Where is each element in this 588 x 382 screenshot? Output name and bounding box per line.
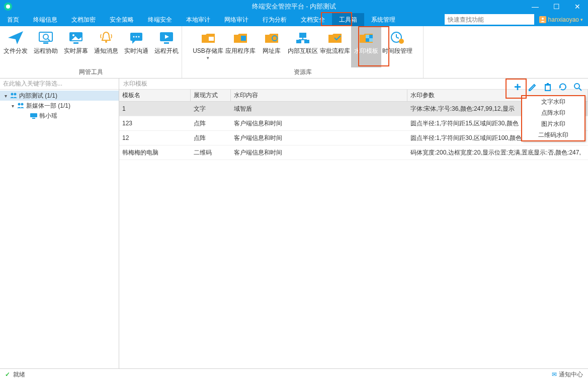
menu-system-manage[interactable]: 系统管理 — [364, 13, 402, 26]
ribbon-file-dispatch[interactable]: 文件分发 — [1, 26, 31, 67]
app-logo — [4, 3, 12, 11]
monitor-image-icon — [67, 29, 85, 46]
menu-doc-security[interactable]: 文档安全 — [294, 13, 332, 26]
ribbon-notify[interactable]: 通知消息 — [91, 26, 121, 67]
svg-point-14 — [138, 36, 139, 38]
ribbon-app-lib[interactable]: 应用程序库 — [224, 26, 257, 67]
close-button[interactable]: ✕ — [567, 0, 588, 13]
search-button[interactable] — [573, 82, 583, 92]
dropdown-image-watermark[interactable]: 图片水印 — [522, 118, 584, 129]
table-row[interactable]: 12 点阵 客户端信息和时间 圆点半径:1,字符间距30,区域间距100,颜色:… — [119, 131, 588, 145]
ribbon-group-label-2: 资源库 — [182, 67, 423, 78]
tree-node-dept[interactable]: ▾ 新媒体一部 (1/1) — [0, 101, 119, 111]
ribbon-remote-power[interactable]: 远程开机 — [151, 26, 182, 67]
dropdown-text-watermark[interactable]: 文字水印 — [522, 96, 584, 107]
tree-filter-input[interactable]: 在此输入关键字筛选... — [0, 79, 119, 90]
ribbon-group-netadmin: 文件分发 远程协助 实时屏幕 通知消息 实时沟通 远程开机 — [0, 26, 182, 78]
svg-rect-40 — [545, 85, 550, 91]
ribbon-group-resources: USB存储库 ▾ 应用程序库 网址库 内部互联区 审批流程库 水印模板 — [182, 26, 424, 78]
tree-node-label: 韩小瑶 — [39, 112, 57, 120]
ribbon-approve-lib[interactable]: 审批流程库 — [319, 26, 351, 67]
tree-node-client[interactable]: 韩小瑶 — [0, 111, 119, 121]
menu-security-policy[interactable]: 安全策略 — [103, 13, 141, 26]
panel-title: 水印模板 — [123, 80, 147, 88]
statusbar: ✓ 就绪 ✉ 通知中心 — [0, 369, 588, 380]
minimize-button[interactable]: — — [525, 0, 546, 13]
table-row[interactable]: 1 文字 域智盾 字体:宋体,字号:36,颜色:247,99,12,显示 — [119, 102, 588, 116]
expand-icon[interactable]: ▾ — [2, 93, 9, 99]
main-toolbar: + — [513, 79, 583, 96]
tree-node-label: 内部测试 (1/1) — [19, 92, 57, 100]
svg-point-44 — [574, 84, 579, 89]
svg-rect-19 — [209, 37, 214, 41]
ribbon-realtime-screen[interactable]: 实时屏幕 — [61, 26, 91, 67]
svg-point-13 — [135, 36, 137, 38]
tree-panel: 在此输入关键字筛选... ▾ 内部测试 (1/1) ▾ 新媒体一部 (1/1) … — [0, 79, 119, 368]
add-dropdown-menu: 文字水印 点阵水印 图片水印 二维码水印 — [522, 96, 585, 141]
ribbon: 文件分发 远程协助 实时屏幕 通知消息 实时沟通 远程开机 — [0, 26, 588, 79]
ribbon-remote-assist[interactable]: 远程协助 — [31, 26, 61, 67]
edit-button[interactable] — [528, 82, 538, 92]
svg-rect-2 — [39, 32, 52, 41]
folder-web-icon — [263, 29, 281, 46]
ribbon-chat[interactable]: 实时沟通 — [121, 26, 151, 67]
svg-line-45 — [579, 88, 581, 91]
menu-doc-encrypt[interactable]: 文档加密 — [64, 13, 103, 26]
ribbon-time-manage[interactable]: 时间段管理 — [381, 26, 413, 67]
window-title: 终端安全管控平台 - 内部测试 — [252, 2, 337, 11]
svg-rect-9 — [73, 42, 78, 44]
quick-search[interactable] — [445, 14, 534, 25]
menu-terminal-security[interactable]: 终端安全 — [141, 13, 179, 26]
search-input[interactable] — [445, 14, 534, 25]
grid-body: 1 文字 域智盾 字体:宋体,字号:36,颜色:247,99,12,显示 123… — [119, 102, 588, 160]
delete-button[interactable] — [543, 82, 553, 92]
expand-icon[interactable]: ▾ — [9, 103, 16, 109]
refresh-button[interactable] — [558, 82, 568, 92]
column-display-mode[interactable]: 展现方式 — [191, 90, 231, 101]
ribbon-url-lib[interactable]: 网址库 — [257, 26, 287, 67]
status-text: 就绪 — [13, 370, 25, 379]
svg-marker-15 — [132, 41, 135, 44]
clock-gear-icon — [388, 29, 406, 46]
menu-behavior-analysis[interactable]: 行为分析 — [256, 13, 294, 26]
titlebar: 终端安全管控平台 - 内部测试 — ☐ ✕ — [0, 0, 588, 13]
folder-usb-icon — [199, 29, 217, 46]
ribbon-watermark-template[interactable]: 水印模板 — [351, 26, 381, 67]
svg-rect-29 — [369, 38, 373, 42]
main-panel: 水印模板 + 模板名 展现方式 水印内容 水印参数 1 文字 域智盾 字体:宋体… — [119, 79, 588, 368]
svg-point-4 — [43, 34, 48, 39]
table-row[interactable]: 韩梅梅的电脑 二维码 客户端信息和时间 码体宽度:200,边框宽度:20,显示位… — [119, 145, 588, 160]
tree-node-root[interactable]: ▾ 内部测试 (1/1) — [0, 91, 119, 101]
svg-point-12 — [133, 36, 134, 38]
folder-watermark-icon — [357, 29, 375, 46]
dropdown-qrcode-watermark[interactable]: 二维码水印 — [522, 129, 584, 140]
pc-icon — [29, 112, 38, 120]
chevron-down-icon: ▾ — [207, 55, 209, 60]
dropdown-dotmatrix-watermark[interactable]: 点阵水印 — [522, 107, 584, 118]
column-template-name[interactable]: 模板名 — [119, 90, 191, 101]
menu-local-audit[interactable]: 本地审计 — [179, 13, 217, 26]
tree-node-label: 新媒体一部 (1/1) — [26, 102, 70, 110]
menu-network-audit[interactable]: 网络审计 — [217, 13, 256, 26]
group-icon — [9, 92, 18, 100]
ribbon-usb-lib[interactable]: USB存储库 ▾ — [192, 26, 224, 67]
window-controls: — ☐ ✕ — [525, 0, 588, 13]
table-row[interactable]: 123 点阵 客户端信息和时间 圆点半径:1,字符间距15,区域间距30,颜色 — [119, 116, 588, 131]
add-button[interactable]: + — [513, 82, 523, 92]
svg-rect-38 — [30, 113, 37, 117]
user-menu[interactable]: hanxiaoyao ▾ — [537, 13, 588, 26]
column-watermark-content[interactable]: 水印内容 — [231, 90, 407, 101]
menu-terminal-info[interactable]: 终端信息 — [26, 13, 64, 26]
menu-toolbox[interactable]: 工具箱 — [332, 13, 364, 26]
ribbon-intranet[interactable]: 内部互联区 — [287, 26, 319, 67]
svg-rect-24 — [304, 40, 309, 43]
chat-icon — [127, 29, 145, 46]
content-area: 在此输入关键字筛选... ▾ 内部测试 (1/1) ▾ 新媒体一部 (1/1) … — [0, 79, 588, 369]
notify-center[interactable]: ✉ 通知中心 — [552, 370, 583, 379]
svg-line-5 — [48, 39, 50, 41]
main-header: 水印模板 + — [119, 79, 588, 90]
svg-point-0 — [542, 18, 544, 20]
svg-point-33 — [399, 39, 404, 44]
maximize-button[interactable]: ☐ — [546, 0, 567, 13]
menu-home[interactable]: 首页 — [0, 13, 26, 26]
